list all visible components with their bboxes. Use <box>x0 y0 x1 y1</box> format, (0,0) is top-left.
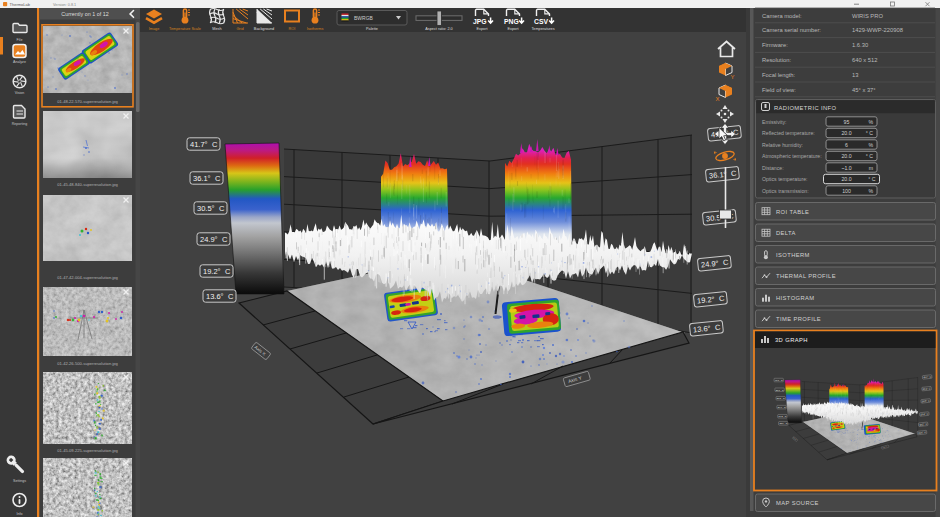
svg-text:HISTOGRAM: HISTOGRAM <box>776 295 815 301</box>
svg-text:Analyze: Analyze <box>13 60 26 64</box>
svg-text:20.0: 20.0 <box>841 176 851 182</box>
svg-text:Distance:: Distance: <box>762 165 784 171</box>
svg-text:01-42-26-500-superresolution.j: 01-42-26-500-superresolution.jpg <box>57 361 118 366</box>
svg-text:Image: Image <box>149 27 160 31</box>
svg-text:MAP SOURCE: MAP SOURCE <box>776 500 819 506</box>
svg-text:JPG: JPG <box>473 18 487 25</box>
svg-text:20.0: 20.0 <box>841 153 851 159</box>
svg-text:Field of view:: Field of view: <box>762 87 796 93</box>
svg-text:Isotherms: Isotherms <box>307 27 324 31</box>
svg-text:45° x 37°: 45° x 37° <box>852 87 876 93</box>
svg-text:01-47-42-004-superresolution.j: 01-47-42-004-superresolution.jpg <box>57 275 118 280</box>
svg-text:Grid: Grid <box>236 27 243 31</box>
svg-text:100: 100 <box>842 188 851 194</box>
svg-text:Background: Background <box>254 27 274 31</box>
svg-text:Export: Export <box>477 27 489 31</box>
svg-text:Aspect ratio: 2.0: Aspect ratio: 2.0 <box>425 27 452 31</box>
svg-text:BWRGB: BWRGB <box>354 15 374 21</box>
svg-text:Reflected temperature:: Reflected temperature: <box>762 130 815 136</box>
svg-text:Y: Y <box>731 74 735 80</box>
svg-text:THERMAL PROFILE: THERMAL PROFILE <box>776 273 836 279</box>
svg-text:Reporting: Reporting <box>12 122 28 126</box>
svg-text:%: % <box>868 142 873 148</box>
svg-text:Vision: Vision <box>15 91 25 95</box>
svg-text:WIRIS PRO: WIRIS PRO <box>852 13 883 19</box>
svg-text:Palette: Palette <box>366 27 378 31</box>
svg-text:Resolution:: Resolution: <box>762 57 791 63</box>
svg-text:° C: ° C <box>866 130 874 136</box>
svg-text:01-45-09-225-superresolution.j: 01-45-09-225-superresolution.jpg <box>57 448 118 453</box>
svg-text:%: % <box>868 119 873 125</box>
svg-text:Version: 0.8.1: Version: 0.8.1 <box>53 3 76 7</box>
svg-text:Atmospheric temperature:: Atmospheric temperature: <box>762 153 822 159</box>
svg-text:Optics transmission:: Optics transmission: <box>762 188 809 194</box>
svg-text:1429-WWP-220908: 1429-WWP-220908 <box>852 27 903 33</box>
svg-text:6: 6 <box>845 142 848 148</box>
svg-text:DELTA: DELTA <box>776 230 796 236</box>
svg-text:Temperature Scale: Temperature Scale <box>169 27 201 31</box>
svg-text:X: X <box>716 96 720 102</box>
svg-text:m: m <box>869 165 873 171</box>
svg-text:TIME PROFILE: TIME PROFILE <box>776 316 821 322</box>
svg-text:Temperatures: Temperatures <box>531 27 554 31</box>
svg-text:01-45-48-840-superresolution.j: 01-45-48-840-superresolution.jpg <box>57 182 118 187</box>
svg-text:Firmware:: Firmware: <box>762 42 788 48</box>
svg-text:Optics temperature:: Optics temperature: <box>762 176 808 182</box>
svg-text:3D GRAPH: 3D GRAPH <box>775 337 808 343</box>
svg-text:CSV: CSV <box>534 18 548 25</box>
svg-text:ISOTHERM: ISOTHERM <box>776 252 810 258</box>
svg-text:Emissivity:: Emissivity: <box>762 119 787 125</box>
svg-text:Mesh: Mesh <box>212 27 221 31</box>
svg-text:RADIOMETRIC INFO: RADIOMETRIC INFO <box>774 105 837 111</box>
svg-text:Currently on 1 of 12: Currently on 1 of 12 <box>61 11 108 17</box>
svg-text:Export: Export <box>508 27 520 31</box>
svg-text:Info: Info <box>17 512 23 516</box>
svg-text:ROI TABLE: ROI TABLE <box>776 209 809 215</box>
svg-text:° C: ° C <box>868 176 876 182</box>
svg-text:Relative humidity:: Relative humidity: <box>762 142 803 148</box>
svg-text:01-48-22-570-superresolution.j: 01-48-22-570-superresolution.jpg <box>57 99 118 104</box>
svg-text:~1.0: ~1.0 <box>841 165 851 171</box>
svg-text:95: 95 <box>844 119 850 125</box>
svg-text:Camera serial number:: Camera serial number: <box>762 27 821 33</box>
svg-text:13: 13 <box>852 72 858 78</box>
svg-text:%: % <box>868 188 873 194</box>
svg-text:Focal length:: Focal length: <box>762 72 796 78</box>
svg-text:ROI: ROI <box>289 27 296 31</box>
svg-text:Camera model:: Camera model: <box>762 13 802 19</box>
svg-text:Settings: Settings <box>13 479 26 483</box>
svg-text:20.0: 20.0 <box>841 130 851 136</box>
svg-text:° C: ° C <box>866 153 874 159</box>
svg-text:1.6.30: 1.6.30 <box>852 42 868 48</box>
svg-text:ThermoLab: ThermoLab <box>10 2 31 7</box>
svg-text:File: File <box>17 38 23 42</box>
svg-text:640 x 512: 640 x 512 <box>852 57 877 63</box>
svg-text:PNG: PNG <box>504 18 519 25</box>
